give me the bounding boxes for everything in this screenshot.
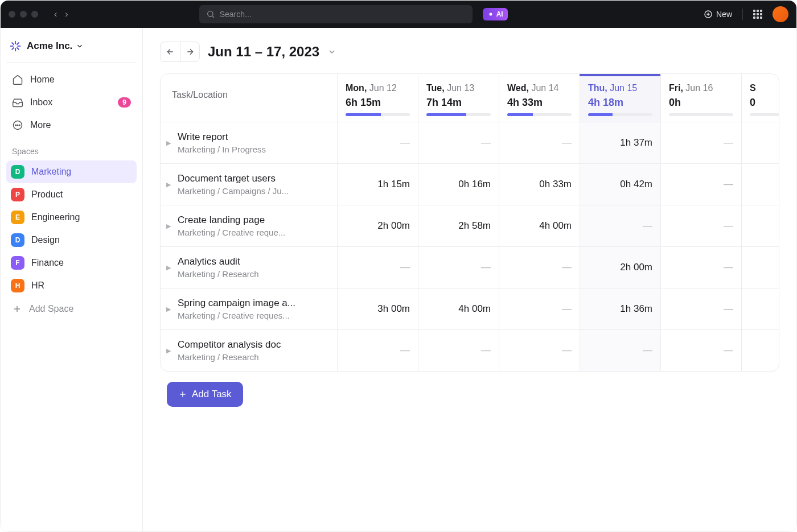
add-space-button[interactable]: Add Space (6, 297, 137, 321)
day-header[interactable]: Wed, Jun 144h 33m (499, 74, 580, 122)
task-path: Marketing / In Progress (178, 145, 266, 154)
sidebar-space-marketing[interactable]: DMarketing (6, 160, 137, 183)
task-cell[interactable]: ▶Document target usersMarketing / Campai… (161, 164, 337, 205)
time-cell[interactable]: 4h 00m (418, 288, 499, 329)
ai-button[interactable]: AI (483, 8, 508, 20)
time-cell[interactable]: — (337, 247, 418, 288)
sidebar-space-product[interactable]: PProduct (6, 183, 137, 206)
date-range: Jun 11 – 17, 2023 (208, 44, 319, 60)
time-cell[interactable]: 1h 37m (580, 122, 660, 163)
day-header[interactable]: Tue, Jun 137h 14m (418, 74, 499, 122)
search-placeholder: Search... (220, 10, 252, 19)
task-cell[interactable]: ▶Analytics auditMarketing / Research (161, 247, 337, 288)
task-column-header: Task/Location (161, 74, 337, 122)
window-controls[interactable] (9, 11, 38, 18)
sidebar-space-hr[interactable]: HHR (6, 274, 137, 297)
time-cell[interactable]: — (418, 122, 499, 163)
plus-circle-icon (704, 10, 713, 19)
task-path: Marketing / Research (178, 269, 259, 279)
space-label: Finance (31, 258, 64, 268)
time-cell[interactable]: 2h 58m (418, 205, 499, 246)
add-task-button[interactable]: Add Task (167, 382, 243, 407)
task-cell[interactable]: ▶Competitor analysis docMarketing / Rese… (161, 330, 337, 371)
time-cell[interactable]: 1h 15m (337, 164, 418, 205)
task-name: Write report (178, 131, 266, 143)
svg-point-17 (19, 125, 20, 126)
task-path: Marketing / Creative reque... (178, 228, 285, 237)
time-cell[interactable]: 3h 00m (337, 288, 418, 329)
arrow-right-icon (186, 47, 195, 56)
time-cell[interactable]: 2h 00m (337, 205, 418, 246)
new-button[interactable]: New (704, 10, 732, 19)
task-row: ▶Competitor analysis docMarketing / Rese… (161, 329, 779, 371)
expand-icon[interactable]: ▶ (166, 306, 171, 313)
time-cell[interactable]: 1h 36m (580, 288, 660, 329)
expand-icon[interactable]: ▶ (166, 347, 171, 354)
expand-icon[interactable]: ▶ (166, 264, 171, 271)
task-row: ▶Document target usersMarketing / Campai… (161, 163, 779, 205)
time-cell[interactable]: — (741, 247, 779, 288)
task-row: ▶Write reportMarketing / In Progress———1… (161, 122, 779, 163)
sidebar-space-finance[interactable]: FFinance (6, 251, 137, 274)
day-header[interactable]: Mon, Jun 126h 15m (337, 74, 418, 122)
time-cell[interactable]: — (741, 122, 779, 163)
time-cell[interactable]: — (660, 288, 741, 329)
task-cell[interactable]: ▶Spring campaign image a...Marketing / C… (161, 288, 337, 329)
svg-line-13 (17, 43, 19, 44)
time-cell[interactable]: — (499, 330, 580, 371)
time-cell[interactable]: — (660, 205, 741, 246)
search-input[interactable]: Search... (199, 5, 473, 23)
task-path: Marketing / Creative reques... (178, 311, 295, 320)
nav-back-icon[interactable]: ‹ (54, 9, 57, 19)
expand-icon[interactable]: ▶ (166, 222, 171, 230)
time-cell[interactable]: — (580, 330, 660, 371)
chevron-down-icon[interactable] (327, 47, 336, 56)
sidebar-item-inbox[interactable]: Inbox 9 (6, 91, 137, 114)
next-week-button[interactable] (180, 42, 199, 61)
expand-icon[interactable]: ▶ (166, 139, 171, 147)
task-name: Create landing page (178, 215, 285, 226)
task-cell[interactable]: ▶Write reportMarketing / In Progress (161, 122, 337, 163)
task-row: ▶Analytics auditMarketing / Research———2… (161, 246, 779, 288)
time-cell[interactable]: — (660, 122, 741, 163)
time-cell[interactable]: — (337, 330, 418, 371)
time-cell[interactable]: — (741, 164, 779, 205)
task-cell[interactable]: ▶Create landing pageMarketing / Creative… (161, 205, 337, 246)
expand-icon[interactable]: ▶ (166, 181, 171, 188)
prev-week-button[interactable] (161, 42, 180, 61)
sidebar-space-engineering[interactable]: EEngineering (6, 206, 137, 229)
time-cell[interactable]: — (741, 330, 779, 371)
workspace-logo-icon (10, 40, 21, 52)
time-cell[interactable]: — (660, 330, 741, 371)
arrow-left-icon (166, 47, 175, 56)
time-cell[interactable]: 0h 33m (499, 164, 580, 205)
search-icon (206, 10, 215, 19)
time-cell[interactable]: — (418, 247, 499, 288)
time-cell[interactable]: — (499, 288, 580, 329)
time-cell[interactable]: 0h 16m (418, 164, 499, 205)
time-cell[interactable]: — (499, 122, 580, 163)
time-cell[interactable]: — (741, 288, 779, 329)
day-header[interactable]: Fri, Jun 160h (660, 74, 741, 122)
time-cell[interactable]: — (337, 122, 418, 163)
time-cell[interactable]: — (741, 205, 779, 246)
space-label: Engineering (31, 212, 80, 222)
avatar[interactable] (773, 6, 788, 22)
time-cell[interactable]: 0h 42m (580, 164, 660, 205)
task-name: Document target users (178, 173, 289, 184)
sidebar-item-home[interactable]: Home (6, 68, 137, 91)
time-cell[interactable]: — (580, 205, 660, 246)
workspace-switcher[interactable]: Acme Inc. (6, 36, 137, 63)
day-header[interactable]: Thu, Jun 154h 18m (580, 74, 660, 122)
time-cell[interactable]: — (660, 164, 741, 205)
sidebar-space-design[interactable]: DDesign (6, 229, 137, 251)
sidebar-item-more[interactable]: More (6, 114, 137, 137)
time-cell[interactable]: — (660, 247, 741, 288)
nav-forward-icon[interactable]: › (65, 9, 68, 19)
time-cell[interactable]: — (418, 330, 499, 371)
time-cell[interactable]: — (499, 247, 580, 288)
time-cell[interactable]: 4h 00m (499, 205, 580, 246)
day-header[interactable]: S 0 (741, 74, 779, 122)
apps-icon[interactable] (753, 10, 762, 19)
time-cell[interactable]: 2h 00m (580, 247, 660, 288)
